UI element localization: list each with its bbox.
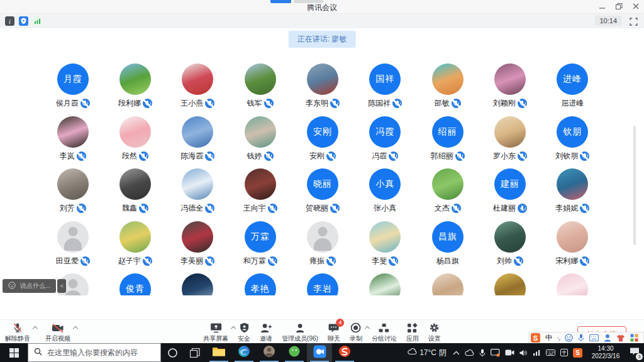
participant-tile[interactable]: 钦朋刘钦朋 bbox=[541, 112, 604, 165]
ime-toolbox-icon[interactable] bbox=[630, 334, 638, 342]
chat-input[interactable]: 说点什么... bbox=[3, 279, 56, 293]
weather-widget[interactable]: 17°C 阴 bbox=[408, 348, 447, 358]
participant-tile[interactable]: 魏鑫 bbox=[104, 164, 166, 217]
participant-tile[interactable]: 冯德全 bbox=[167, 164, 229, 217]
meeting-info-icon[interactable]: i bbox=[5, 16, 14, 28]
toolbar-chat-button[interactable]: 4聊天 bbox=[328, 322, 340, 343]
participant-tile[interactable]: 刘芳 bbox=[42, 164, 104, 217]
toolbar-manage-members-button[interactable]: 管理成员(96) bbox=[282, 322, 318, 343]
sogou-browser-app-button[interactable] bbox=[332, 343, 357, 362]
chevron-up-icon[interactable] bbox=[453, 351, 460, 355]
participant-tile[interactable]: 李岚 bbox=[42, 112, 104, 165]
chevron-up-icon[interactable] bbox=[231, 326, 236, 331]
participant-tile[interactable]: 小真张小真 bbox=[354, 164, 416, 217]
participant-tile[interactable]: 雍振 bbox=[291, 217, 353, 270]
toolbar-unmute-button[interactable]: 解除静音 bbox=[5, 322, 30, 343]
chevron-up-icon[interactable] bbox=[33, 326, 38, 331]
participant-tile[interactable]: 李岩 bbox=[291, 269, 353, 295]
chat-collapse-button[interactable]: < bbox=[57, 279, 66, 293]
avatar-app-app-button[interactable] bbox=[257, 343, 282, 362]
participant-tile[interactable]: 李斐 bbox=[354, 217, 416, 270]
cortana-button[interactable] bbox=[161, 343, 184, 362]
toolbar-security-button[interactable]: 安全 bbox=[238, 322, 250, 343]
participant-tile[interactable]: 邵敏 bbox=[416, 59, 479, 112]
toolbar-invite-button[interactable]: 邀请 bbox=[260, 322, 272, 343]
participant-tile[interactable]: 王小燕 bbox=[167, 59, 229, 112]
speaker-icon[interactable] bbox=[519, 349, 528, 356]
fullscreen-icon[interactable] bbox=[630, 17, 638, 28]
participant-tile[interactable]: 冯霞冯霞 bbox=[354, 112, 416, 165]
participant-tile[interactable]: 晓丽贺晓丽 bbox=[291, 164, 353, 217]
toolbar-breakout-button[interactable]: 分组讨论 bbox=[372, 322, 397, 343]
ime-skin-icon[interactable] bbox=[616, 334, 625, 342]
participant-tile[interactable] bbox=[416, 269, 479, 295]
keyboard-icon[interactable] bbox=[546, 349, 555, 356]
network-quality-icon[interactable] bbox=[33, 16, 42, 28]
participant-tile[interactable]: 陈海霞 bbox=[167, 112, 229, 165]
chevron-up-icon[interactable] bbox=[365, 326, 370, 331]
taskbar-search-input[interactable]: 在这里输入你要搜索的内容 bbox=[28, 343, 161, 362]
taskview-button[interactable] bbox=[184, 343, 206, 362]
emoji-icon[interactable] bbox=[8, 280, 16, 292]
close-button[interactable] bbox=[633, 3, 639, 9]
participant-tile[interactable]: 李娟妮 bbox=[541, 164, 604, 217]
ime-mode-toggle[interactable]: 中 bbox=[545, 333, 552, 343]
participant-tile[interactable]: 绍丽郭绍丽 bbox=[416, 112, 479, 165]
camera-icon[interactable] bbox=[505, 349, 514, 356]
taskbar-clock[interactable]: 14:30 2022/3/16 bbox=[587, 345, 624, 360]
participant-tile[interactable]: 宋利娜 bbox=[541, 217, 604, 270]
participant-tile[interactable] bbox=[541, 269, 604, 295]
edge-app-button[interactable] bbox=[231, 343, 257, 362]
participant-tile[interactable]: 钱军 bbox=[229, 59, 291, 112]
participant-tile[interactable]: 月霞侯月霞 bbox=[42, 59, 104, 112]
network-icon[interactable] bbox=[533, 349, 541, 356]
participant-tile[interactable]: 李东明 bbox=[291, 59, 353, 112]
chevron-up-icon[interactable] bbox=[73, 326, 78, 331]
participant-tile[interactable]: 钱婷 bbox=[229, 112, 291, 165]
ime-account-icon[interactable] bbox=[604, 334, 611, 342]
scrollbar[interactable] bbox=[633, 126, 636, 245]
toolbar-share-screen-button[interactable]: 共享屏幕 bbox=[203, 322, 228, 343]
participant-tile[interactable] bbox=[167, 269, 229, 295]
sogou-icon[interactable]: S bbox=[573, 348, 582, 358]
participant-tile[interactable]: 昌旗杨昌旗 bbox=[416, 217, 479, 270]
participant-tile[interactable]: 王向宇 bbox=[229, 164, 291, 217]
minimize-button[interactable] bbox=[599, 3, 606, 9]
ime-keyboard-icon[interactable] bbox=[589, 334, 599, 341]
participant-tile[interactable]: 安刚安刚 bbox=[291, 112, 353, 165]
participant-tile[interactable] bbox=[479, 269, 541, 295]
participant-tile[interactable]: 建丽杜建丽 bbox=[479, 164, 541, 217]
toolbar-record-button[interactable]: 录制 bbox=[350, 322, 362, 343]
participant-tile[interactable]: 刘帅 bbox=[479, 217, 541, 270]
participant-tile[interactable]: 罗小东 bbox=[479, 112, 541, 165]
participant-tile[interactable]: 孝艳 bbox=[229, 269, 291, 295]
ime-panel-icon[interactable] bbox=[560, 349, 568, 356]
ime-emoji-icon[interactable] bbox=[565, 334, 573, 342]
ime-voice-icon[interactable] bbox=[578, 334, 584, 342]
toolbar-settings-button[interactable]: 设置 bbox=[428, 322, 441, 343]
file-explorer-app-button[interactable] bbox=[206, 343, 231, 362]
sogou-logo-icon[interactable]: S bbox=[531, 333, 540, 343]
microphone-icon[interactable] bbox=[479, 349, 486, 357]
action-center-button[interactable]: 3 bbox=[625, 343, 644, 362]
participant-tile[interactable]: 李美丽 bbox=[167, 217, 229, 270]
ime-punctuation-toggle[interactable]: ·, bbox=[557, 334, 560, 341]
restore-button[interactable] bbox=[616, 3, 623, 9]
toolbar-apps-button[interactable]: 应用 bbox=[406, 322, 419, 343]
security-shield-icon[interactable] bbox=[19, 16, 28, 28]
participant-tile[interactable]: 段利娜 bbox=[104, 59, 166, 112]
participant-tile[interactable]: 赵子宇 bbox=[104, 217, 166, 270]
start-button[interactable] bbox=[0, 343, 28, 362]
participant-tile[interactable]: 刘颖刚 bbox=[479, 59, 541, 112]
participant-tile[interactable]: 文杰 bbox=[416, 164, 479, 217]
participant-tile[interactable]: 进峰屈进峰 bbox=[541, 59, 604, 112]
tencent-meeting-app-button[interactable] bbox=[307, 343, 332, 362]
participant-tile[interactable]: 段然 bbox=[104, 112, 166, 165]
participant-tile[interactable]: 万霖和万霖 bbox=[229, 217, 291, 270]
participant-tile[interactable]: 俊青 bbox=[104, 269, 166, 295]
participant-tile[interactable]: 田亚爱 bbox=[42, 217, 104, 270]
participant-tile[interactable] bbox=[354, 269, 416, 295]
screen-share-icon[interactable] bbox=[491, 349, 500, 357]
green-app-app-button[interactable] bbox=[282, 343, 307, 362]
toolbar-start-video-button[interactable]: 开启视频 bbox=[45, 322, 70, 343]
